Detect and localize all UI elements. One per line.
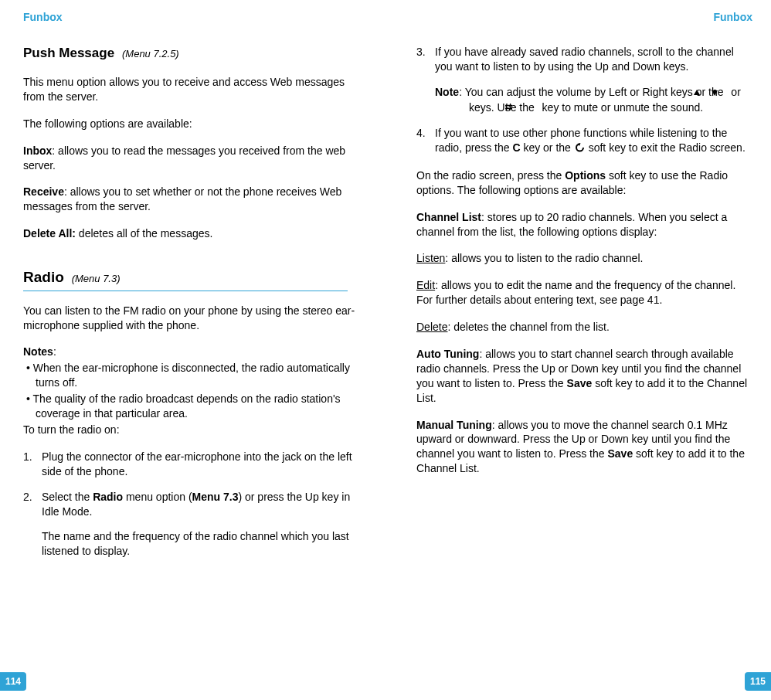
- radio-step4-body: If you want to use other phone functions…: [435, 126, 752, 156]
- onradio-options: Options: [565, 169, 606, 182]
- push-title: Push Message: [23, 46, 114, 60]
- listen-text: : allows you to listen to the radio chan…: [445, 252, 643, 264]
- listen-label: Listen: [416, 252, 445, 264]
- radio-step1: 1. Plug the connector of the ear-microph…: [23, 450, 362, 479]
- page-right: Funbox 3. If you have already saved radi…: [386, 0, 771, 700]
- radio-notes-label: Notes: [23, 345, 53, 358]
- auto-tuning: Auto Tuning: allows you to start channel…: [416, 347, 752, 406]
- page-spread: Funbox Push Message (Menu 7.2.5) This me…: [0, 0, 771, 700]
- push-inbox-label: Inbox: [23, 144, 52, 157]
- push-receive-label: Receive: [23, 185, 64, 198]
- manual-label: Manual Tuning: [416, 419, 492, 431]
- radio-note1-text: When the ear-microphone is disconnected,…: [33, 362, 350, 389]
- header-right: Funbox: [416, 11, 752, 23]
- push-inbox-text: : allows you to read the messages you re…: [23, 144, 345, 172]
- svg-marker-0: [694, 90, 700, 95]
- push-message-heading: Push Message (Menu 7.2.5): [23, 45, 362, 63]
- onradio-a: On the radio screen, press the: [416, 169, 565, 182]
- radio-step3-note: Note: You can adjust the volume by Left …: [435, 85, 752, 115]
- radio-heading: Radio (Menu 7.3): [23, 267, 362, 287]
- push-intro: This menu option allows you to receive a…: [23, 75, 362, 104]
- note-d: key to mute or unmute the sound.: [539, 101, 703, 114]
- radio-step2-num: 2.: [23, 490, 42, 559]
- radio-step3: 3. If you have already saved radio chann…: [416, 45, 752, 115]
- radio-turnon: To turn the radio on:: [23, 423, 362, 437]
- header-left: Funbox: [23, 11, 362, 23]
- manual-tuning: Manual Tuning: allows you to move the ch…: [416, 418, 752, 477]
- page-left: Funbox Push Message (Menu 7.2.5) This me…: [0, 0, 386, 700]
- radio-menu-ref: (Menu 7.3): [72, 273, 121, 284]
- radio-divider: [23, 291, 348, 291]
- step4-ckey: C: [512, 141, 520, 154]
- content-left: Push Message (Menu 7.2.5) This menu opti…: [23, 45, 362, 559]
- channel-list-label: Channel List: [416, 211, 481, 223]
- delete-option: Delete: deletes the channel from the lis…: [416, 320, 752, 335]
- auto-save: Save: [567, 377, 593, 389]
- radio-step1-body: Plug the connector of the ear-microphone…: [42, 450, 362, 479]
- edit-text: : allows you to edit the name and the fr…: [416, 279, 735, 306]
- note-a: : You can adjust the volume by Left or R…: [459, 86, 726, 98]
- page-number-left: 114: [0, 672, 26, 691]
- back-arrow-icon: [575, 141, 585, 156]
- on-radio-screen: On the radio screen, press the Options s…: [416, 168, 752, 198]
- radio-step1-num: 1.: [23, 450, 42, 479]
- radio-note2: • The quality of the radio broadcast dep…: [23, 392, 362, 421]
- step4-b: key or the: [521, 141, 574, 154]
- radio-step2-b: menu option (: [123, 491, 192, 503]
- push-receive: Receive: allows you to set whether or no…: [23, 185, 362, 214]
- note-c: keys. Use the: [469, 101, 538, 114]
- radio-step4: 4. If you want to use other phone functi…: [416, 126, 752, 156]
- auto-label: Auto Tuning: [416, 348, 479, 360]
- manual-save: Save: [607, 447, 633, 460]
- radio-step2-sub: The name and the frequency of the radio …: [42, 529, 362, 559]
- push-deleteall: Delete All: deletes all of the messages.: [23, 226, 362, 241]
- radio-step2-body: Select the Radio menu option (Menu 7.3) …: [42, 490, 362, 559]
- channel-list: Channel List: stores up to 20 radio chan…: [416, 210, 752, 240]
- radio-step2-menu: Menu 7.3: [192, 491, 239, 503]
- page-number-right: 115: [745, 672, 771, 691]
- content-right: 3. If you have already saved radio chann…: [416, 45, 752, 476]
- radio-step2-a: Select the: [42, 491, 93, 503]
- radio-step2: 2. Select the Radio menu option (Menu 7.…: [23, 490, 362, 559]
- radio-step2-radio: Radio: [93, 491, 123, 503]
- radio-notes-colon: :: [53, 345, 56, 358]
- radio-step3-num: 3.: [416, 45, 435, 115]
- edit-label: Edit: [416, 279, 435, 291]
- radio-step3-body: If you have already saved radio channels…: [435, 45, 752, 115]
- push-deleteall-label: Delete All:: [23, 227, 76, 240]
- listen-option: Listen: allows you to listen to the radi…: [416, 251, 752, 266]
- radio-title: Radio: [23, 269, 64, 285]
- push-inbox: Inbox: allows you to read the messages y…: [23, 144, 362, 173]
- radio-step4-num: 4.: [416, 126, 435, 156]
- radio-note1: • When the ear-microphone is disconnecte…: [23, 361, 362, 390]
- edit-option: Edit: allows you to edit the name and th…: [416, 278, 752, 308]
- push-following: The following options are available:: [23, 117, 362, 131]
- radio-step3-note-text: Note: You can adjust the volume by Left …: [435, 85, 752, 115]
- delete-label: Delete: [416, 321, 447, 333]
- radio-note2-text: The quality of the radio broadcast depen…: [33, 392, 341, 420]
- note-b: or: [728, 86, 743, 98]
- push-receive-text: : allows you to set whether or not the p…: [23, 185, 341, 212]
- note-label: Note: [435, 86, 459, 98]
- radio-notes-label-line: Notes:: [23, 345, 362, 359]
- radio-step3-text: If you have already saved radio channels…: [435, 46, 734, 73]
- svg-marker-1: [712, 90, 718, 96]
- push-menu-ref: (Menu 7.2.5): [122, 48, 179, 59]
- push-deleteall-text: deletes all of the messages.: [76, 227, 212, 240]
- step4-c: soft key to exit the Radio screen.: [586, 141, 746, 154]
- radio-intro: You can listen to the FM radio on your p…: [23, 304, 362, 333]
- delete-text: : deletes the channel from the list.: [447, 321, 609, 333]
